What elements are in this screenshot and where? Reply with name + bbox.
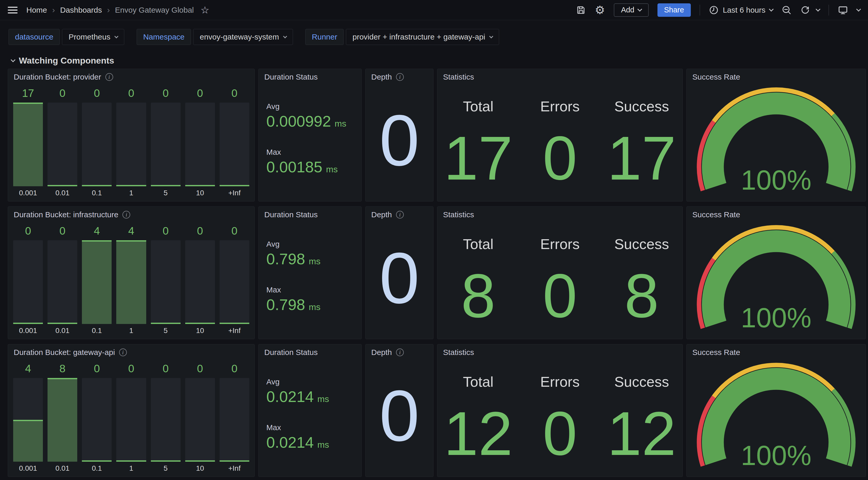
bucket-bar[interactable]: 41 [116, 225, 146, 335]
dashboard-variables-bar: datasource Prometheus Namespace envoy-ga… [0, 20, 868, 45]
bucket-bar[interactable]: 170.001 [13, 87, 43, 198]
info-icon[interactable]: i [396, 73, 404, 81]
bucket-bar-track [220, 378, 249, 462]
panel-title[interactable]: Success Rate [692, 210, 740, 219]
bucket-bar[interactable]: 80.01 [48, 362, 77, 473]
panel-title[interactable]: Success Rate [692, 348, 740, 357]
panel-title[interactable]: Duration Bucket: gateway-api [14, 348, 115, 357]
stat-success: Success 8 [601, 207, 683, 339]
bucket-bar[interactable]: 00.01 [48, 225, 77, 335]
menu-icon[interactable] [8, 7, 18, 13]
save-dashboard-icon[interactable] [576, 5, 586, 15]
navbar-more-chevron-icon[interactable] [856, 7, 861, 11]
filter-value-datasource[interactable]: Prometheus [62, 29, 124, 45]
panel-title[interactable]: Duration Status [264, 210, 318, 219]
info-icon[interactable]: i [119, 349, 127, 356]
panel-title[interactable]: Depth [371, 348, 392, 357]
bucket-bar[interactable]: 01 [116, 362, 146, 473]
bucket-bar-value: 0 [116, 87, 146, 101]
stat-total: Total 12 [437, 344, 519, 477]
stat-column-label: Success [614, 373, 669, 390]
info-icon[interactable]: i [396, 349, 404, 356]
dashboard-settings-gear-icon[interactable]: ⚙ [595, 4, 605, 16]
bucket-bar-track [82, 102, 112, 186]
refresh-interval-chevron-icon[interactable] [815, 7, 820, 11]
bucket-bar-fill [48, 378, 77, 462]
stat-column-label: Success [614, 98, 669, 115]
bucket-bar[interactable]: 00.1 [82, 362, 112, 473]
breadcrumb-home[interactable]: Home [26, 6, 47, 14]
breadcrumb-dashboards[interactable]: Dashboards [60, 6, 102, 14]
depth-value: 0 [379, 242, 420, 314]
bar-gauge: 170.00100.0100.101050100+Inf [13, 87, 249, 198]
share-button[interactable]: Share [657, 3, 691, 17]
stat-unit: ms [317, 394, 329, 404]
bucket-bar[interactable]: 40.001 [13, 362, 43, 473]
bucket-axis-label: 0.001 [13, 464, 43, 473]
panel-title[interactable]: Statistics [443, 210, 474, 219]
bucket-bar[interactable]: 00.001 [13, 225, 43, 335]
info-icon[interactable]: i [396, 211, 404, 218]
stat-total: Total 17 [437, 69, 519, 201]
bucket-bar[interactable]: 01 [116, 87, 146, 198]
bucket-bar-value: 0 [151, 225, 181, 239]
bucket-bar[interactable]: 0+Inf [220, 87, 249, 198]
stat-value: 0.798 [266, 250, 305, 268]
bucket-bar-track [185, 102, 215, 186]
filter-label-namespace[interactable]: Namespace [137, 29, 191, 45]
bucket-bar[interactable]: 05 [151, 87, 181, 198]
filter-value-namespace[interactable]: envoy-gateway-system [193, 29, 293, 45]
bucket-bar[interactable]: 0+Inf [220, 225, 249, 335]
row-toggle-watching-components[interactable]: Watching Components [0, 45, 868, 69]
stat-avg: Avg 0.798ms [266, 240, 359, 268]
stat-column-label: Success [614, 236, 669, 252]
bucket-bar[interactable]: 00.01 [48, 87, 77, 198]
filter-value-runner[interactable]: provider + infrastructure + gateway-api [346, 29, 499, 45]
info-icon[interactable]: i [105, 73, 113, 81]
stat-label: Avg [266, 240, 359, 248]
bucket-bar-fill [151, 323, 181, 324]
stat-unit: ms [317, 440, 329, 450]
bucket-bar[interactable]: 00.1 [82, 87, 112, 198]
bucket-bar[interactable]: 0+Inf [220, 362, 249, 473]
panel-depth: Depth i 0 [365, 344, 433, 477]
refresh-icon[interactable] [800, 5, 810, 15]
bucket-bar[interactable]: 05 [151, 362, 181, 473]
kiosk-monitor-icon[interactable] [838, 5, 848, 15]
bucket-bar-track [151, 102, 181, 186]
zoom-out-time-icon[interactable] [782, 5, 792, 15]
panel-title[interactable]: Duration Status [264, 72, 318, 81]
bucket-bar-track [151, 378, 181, 462]
bucket-axis-label: 5 [151, 189, 181, 198]
stat-total: Total 8 [437, 207, 519, 339]
panel-title[interactable]: Depth [371, 210, 392, 219]
filter-label-datasource[interactable]: datasource [8, 29, 60, 45]
info-icon[interactable]: i [122, 211, 130, 218]
favorite-star-icon[interactable]: ☆ [200, 4, 209, 16]
bucket-bar-value: 0 [48, 225, 77, 239]
panel-title[interactable]: Depth [371, 72, 392, 81]
breadcrumb-current-dashboard[interactable]: Envoy Gateway Global [115, 6, 194, 14]
filter-label-runner[interactable]: Runner [305, 29, 344, 45]
add-button[interactable]: Add [614, 3, 649, 17]
panel-title[interactable]: Statistics [443, 72, 474, 81]
bucket-bar[interactable]: 010 [185, 225, 215, 335]
share-button-label: Share [664, 6, 684, 14]
panel-title[interactable]: Statistics [443, 348, 474, 357]
bucket-bar-fill [82, 240, 112, 324]
panel-title[interactable]: Duration Bucket: provider [14, 72, 101, 81]
bucket-bar[interactable]: 010 [185, 362, 215, 473]
panel-title[interactable]: Success Rate [692, 72, 740, 81]
bucket-bar[interactable]: 010 [185, 87, 215, 198]
bucket-bar[interactable]: 40.1 [82, 225, 112, 335]
stat-avg: Avg 0.000992ms [266, 102, 359, 130]
panel-title[interactable]: Duration Status [264, 348, 318, 357]
panel-title[interactable]: Duration Bucket: infrastructure [14, 210, 118, 219]
panel-duration-status: Duration Status Avg 0.798ms Max 0.798ms [258, 206, 362, 339]
time-range-picker[interactable]: Last 6 hours [709, 5, 773, 15]
bucket-axis-label: 10 [185, 464, 215, 473]
panel-duration-status: Duration Status Avg 0.0214ms Max 0.0214m… [258, 344, 362, 477]
stat-column-value: 17 [444, 127, 513, 189]
bucket-bar-track [82, 378, 112, 462]
bucket-bar[interactable]: 05 [151, 225, 181, 335]
